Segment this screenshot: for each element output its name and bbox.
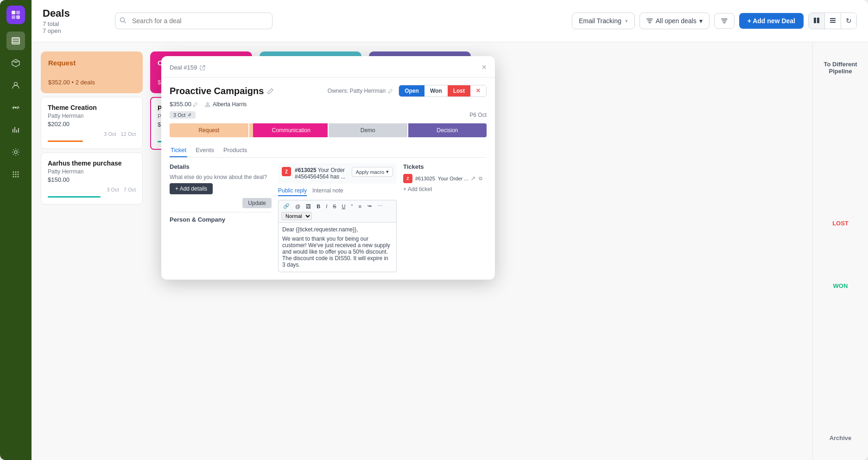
search-input[interactable] (115, 13, 272, 29)
add-details-button[interactable]: + Add details (170, 183, 213, 194)
right-panel: To Different Pipeline LOST WON Archive (812, 42, 868, 460)
status-won-btn[interactable]: Won (424, 85, 448, 96)
reply-tab-internal[interactable]: Internal note (312, 187, 343, 196)
tab-events[interactable]: Events (195, 144, 215, 157)
deal-card-theme-creation[interactable]: Theme Creation Patty Herrman $202.00 3 O… (41, 97, 143, 149)
modal-title-row: Proactive Campaigns Owners: Patty Herrma… (170, 85, 487, 97)
sidebar-item-pipeline[interactable] (6, 98, 25, 117)
editor-strikethrough-btn[interactable]: S (331, 203, 338, 210)
sidebar-item-apps[interactable] (6, 165, 25, 184)
external-link-icon[interactable] (471, 176, 475, 181)
edit-icon[interactable] (267, 88, 274, 94)
editor-quote-btn[interactable]: " (349, 203, 355, 210)
modal-amount: $355.00 (170, 101, 198, 108)
sidebar-item-products[interactable] (6, 54, 25, 72)
app-logo[interactable] (6, 6, 25, 24)
tab-ticket[interactable]: Ticket (170, 144, 187, 157)
svg-line-18 (124, 21, 126, 23)
link-icon (200, 65, 205, 70)
modal-tickets-side-panel: Tickets Z #613025 Your Order ... (403, 163, 487, 272)
filter-icon (646, 18, 653, 24)
pipeline-step-demo[interactable]: Demo (329, 123, 407, 137)
copy-icon[interactable] (478, 176, 483, 181)
ticket-right-icon: Z (403, 174, 412, 183)
deal-progress (48, 141, 83, 142)
editor-image-btn[interactable]: 🖼 (304, 203, 313, 210)
deal-card-aarhus[interactable]: Aarhus theme purchase Patty Herrman $150… (41, 153, 143, 204)
editor-italic-btn[interactable]: I (324, 203, 329, 210)
svg-rect-19 (814, 18, 816, 23)
search-icon (120, 17, 126, 25)
details-title: Details (170, 163, 272, 170)
svg-point-10 (18, 172, 19, 173)
editor-body[interactable]: Dear {{ticket.requester.name}}, We want … (278, 223, 397, 272)
sidebar-item-reports[interactable] (6, 121, 25, 139)
svg-rect-28 (480, 178, 482, 180)
tickets-title: Tickets (403, 163, 487, 170)
edit-small-icon[interactable] (388, 89, 393, 93)
view-toggle: ↻ (808, 13, 857, 29)
modal-p6-label: P6 Oct (469, 112, 487, 118)
svg-rect-21 (830, 18, 836, 19)
refresh-btn[interactable]: ↻ (841, 13, 856, 29)
assignee-avatar-icon (204, 101, 211, 108)
date-edit-icon[interactable] (188, 113, 192, 117)
svg-point-16 (18, 176, 19, 178)
kanban-view-btn[interactable] (809, 13, 825, 29)
ticket-item: Z #613025 Your Order #4564564564 has ...… (278, 163, 397, 184)
apply-macro-button[interactable]: Apply macro ▾ (352, 167, 393, 177)
editor-more-btn[interactable]: ⋯ (376, 202, 385, 210)
pipeline-step-request[interactable]: Request (170, 123, 248, 137)
list-view-btn[interactable] (825, 13, 841, 29)
modal-ticket-panel: Z #613025 Your Order #4564564564 has ...… (278, 163, 397, 272)
editor-ol-btn[interactable]: ≔ (365, 202, 374, 210)
deal-name: Aarhus theme purchase (48, 160, 136, 167)
tab-products[interactable]: Products (222, 144, 248, 157)
edit-amount-icon[interactable] (193, 102, 198, 107)
sidebar-item-settings[interactable] (6, 143, 25, 161)
person-company-section: Person & Company (170, 212, 272, 223)
page-header: Deals 7 total 7 open Email Tracking (32, 0, 868, 42)
add-deal-button[interactable]: + Add new Deal (739, 13, 804, 29)
chevron-down-icon: ▾ (386, 169, 389, 175)
editor-at-btn[interactable]: @ (293, 203, 302, 210)
modal-header: Deal #159 × (161, 56, 495, 77)
svg-rect-23 (830, 22, 836, 23)
modal-body: Proactive Campaigns Owners: Patty Herrma… (161, 77, 495, 280)
pipeline-step-communication[interactable]: Communication (249, 123, 328, 137)
pipeline-step-decision[interactable]: Decision (408, 123, 487, 137)
svg-rect-20 (817, 18, 819, 23)
reply-tabs: Public reply Internal note (278, 187, 397, 196)
reply-tab-public[interactable]: Public reply (278, 187, 307, 196)
lost-label: LOST (832, 220, 849, 227)
modal-date-badge: 3 Oct (170, 111, 196, 119)
kanban-board: Request $352.00 • 2 deals Theme Creation… (32, 42, 812, 460)
status-lost-btn[interactable]: Lost (448, 85, 470, 96)
chevron-down-icon: ▾ (699, 17, 703, 25)
svg-point-14 (13, 176, 14, 178)
svg-point-11 (13, 174, 14, 175)
filter-dropdown[interactable]: All open deals ▾ (640, 13, 710, 29)
options-icon (721, 18, 728, 24)
modal-tabs: Ticket Events Products (170, 144, 487, 158)
editor-link-btn[interactable]: 🔗 (281, 202, 291, 210)
sidebar-item-contacts[interactable] (6, 76, 25, 95)
sidebar-item-deals[interactable] (6, 32, 25, 50)
add-ticket-button[interactable]: + Add ticket (403, 186, 487, 192)
modal-content: Details What else do you know about the … (170, 163, 487, 272)
status-open-btn[interactable]: Open (399, 85, 424, 96)
ticket-right-item: Z #613025 Your Order ... (403, 174, 487, 183)
filter-options-btn[interactable] (714, 13, 735, 29)
svg-point-12 (15, 174, 17, 175)
deal-dates: 3 Oct 7 Oct (48, 187, 136, 192)
status-delete-btn[interactable] (470, 85, 486, 96)
column-request: Request $352.00 • 2 deals Theme Creation… (41, 51, 143, 451)
email-tracking-dropdown[interactable]: Email Tracking ▾ (572, 13, 635, 29)
editor-ul-btn[interactable]: ≡ (356, 203, 363, 210)
editor-underline-btn[interactable]: U (340, 203, 348, 210)
modal-close-button[interactable]: × (482, 63, 487, 72)
editor-bold-btn[interactable]: B (315, 203, 322, 210)
editor-format-select[interactable]: Normal (281, 212, 312, 220)
update-button[interactable]: Update (242, 198, 272, 208)
deal-dates: 3 Oct 12 Oct (48, 131, 136, 137)
